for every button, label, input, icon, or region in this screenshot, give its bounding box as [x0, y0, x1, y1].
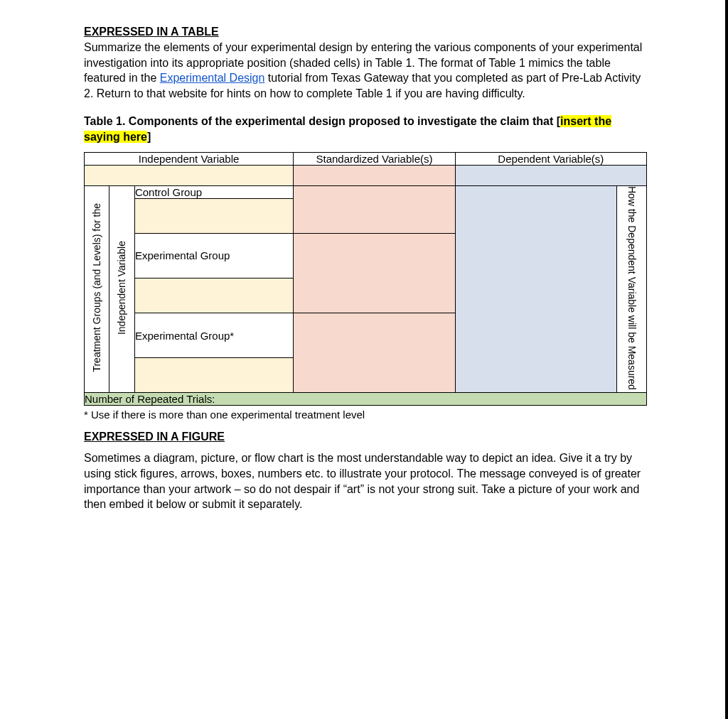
repeated-trials-cell[interactable]: Number of Repeated Trials:	[85, 393, 647, 406]
side-label-outer: Treatment Groups (and Levels) for the	[85, 185, 109, 393]
control-group-fill[interactable]	[134, 198, 293, 233]
dv-input-cell[interactable]	[455, 165, 646, 185]
section-title-figure: EXPRESSED IN A FIGURE	[84, 431, 647, 443]
document-page: EXPRESSED IN A TABLE Summarize the eleme…	[0, 0, 728, 719]
row-trials: Number of Repeated Trials:	[85, 393, 647, 406]
side-label-inner: Independent Variable	[109, 185, 134, 393]
right-label-text: How the Dependent Variable will be Measu…	[626, 186, 638, 390]
caption-lead: Table 1. Components of the experimental …	[84, 115, 557, 127]
table-footnote: * Use if there is more than one experime…	[84, 409, 647, 421]
experimental-design-link[interactable]: Experimental Design	[160, 72, 265, 84]
right-label-cell: How the Dependent Variable will be Measu…	[617, 185, 647, 393]
design-table: Independent Variable Standardized Variab…	[84, 152, 647, 406]
row-control-label: Treatment Groups (and Levels) for the In…	[85, 185, 647, 198]
iv-input-cell[interactable]	[85, 165, 294, 185]
side-label-outer-text: Treatment Groups (and Levels) for the	[91, 203, 103, 372]
table-caption: Table 1. Components of the experimental …	[84, 114, 647, 144]
table-header-row: Independent Variable Standardized Variab…	[85, 152, 647, 165]
sv-cell-exp2[interactable]	[294, 313, 455, 393]
control-group-label: Control Group	[134, 185, 293, 198]
header-standardized-variables: Standardized Variable(s)	[294, 152, 455, 165]
sv-cell-exp1[interactable]	[294, 233, 455, 313]
experimental-group-label: Experimental Group	[134, 233, 293, 278]
caption-close-bracket: ]	[147, 131, 151, 143]
sv-input-cell[interactable]	[294, 165, 455, 185]
sv-cell-control[interactable]	[294, 185, 455, 233]
figure-paragraph: Sometimes a diagram, picture, or flow ch…	[84, 450, 647, 512]
intro-paragraph: Summarize the elements of your experimen…	[84, 40, 647, 101]
experimental-group2-fill[interactable]	[134, 358, 293, 393]
section-title-table: EXPRESSED IN A TABLE	[84, 26, 647, 38]
dv-body-cell[interactable]	[455, 185, 616, 393]
header-independent-variable: Independent Variable	[85, 152, 294, 165]
header-dependent-variables: Dependent Variable(s)	[455, 152, 646, 165]
table-input-row-top	[85, 165, 647, 185]
side-label-inner-text: Independent Variable	[116, 241, 128, 335]
experimental-group2-label: Experimental Group*	[134, 313, 293, 358]
experimental-group-fill[interactable]	[134, 279, 293, 313]
